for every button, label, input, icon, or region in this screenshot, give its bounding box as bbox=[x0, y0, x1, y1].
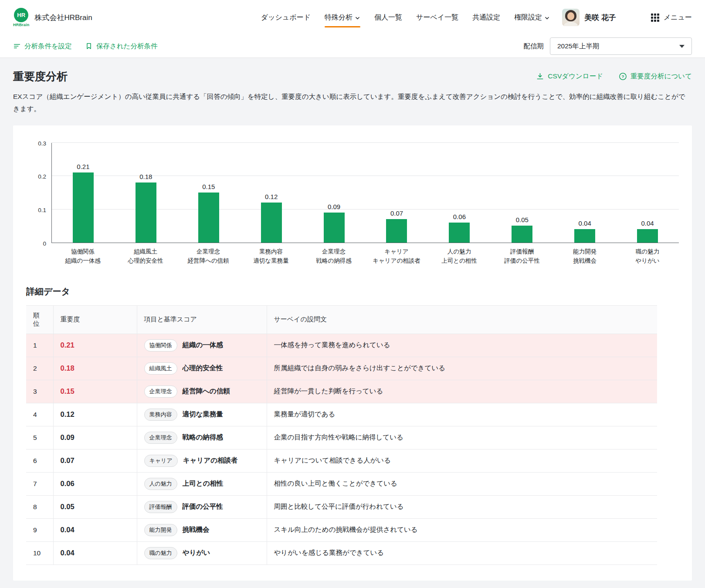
bar[interactable] bbox=[449, 223, 470, 243]
item-name: やりがい bbox=[183, 549, 210, 556]
bar[interactable] bbox=[512, 226, 532, 242]
nav-item-common-settings[interactable]: 共通設定 bbox=[472, 10, 500, 26]
analysis-toolbar: 分析条件を設定 保存された分析条件 配信期 2025年上半期 bbox=[0, 35, 705, 58]
item-cell: 能力開発挑戦機会 bbox=[137, 518, 267, 541]
nav-item-personal-list[interactable]: 個人一覧 bbox=[374, 10, 402, 26]
bar-value-label: 0.07 bbox=[390, 210, 403, 217]
bookmark-icon bbox=[85, 42, 93, 50]
bar-column: 0.21 bbox=[52, 143, 115, 243]
question-cell: 所属組織では自身の弱みをさらけ出すことができている bbox=[267, 357, 657, 380]
user-account[interactable]: 美咲 花子 bbox=[562, 9, 616, 26]
bar-column: 0.06 bbox=[428, 143, 491, 243]
rank-cell: 10 bbox=[26, 541, 53, 564]
rank-cell: 7 bbox=[26, 472, 53, 495]
bar-column: 0.15 bbox=[177, 143, 240, 243]
bar[interactable] bbox=[261, 203, 282, 243]
nav-item-survey-list[interactable]: サーベイ一覧 bbox=[416, 10, 458, 26]
detail-table: 順位 重要度 項目と基準スコア サーベイの設問文 10.21協働関係組織の一体感… bbox=[26, 305, 657, 565]
saved-analysis-conditions-button[interactable]: 保存された分析条件 bbox=[85, 42, 158, 51]
header-importance: 重要度 bbox=[53, 305, 137, 334]
question-cell: 周囲と比較して公平に評価が行われている bbox=[267, 495, 657, 518]
importance-value: 0.21 bbox=[61, 341, 75, 349]
importance-cell: 0.04 bbox=[53, 541, 137, 564]
bar[interactable] bbox=[386, 219, 407, 243]
header-rank: 順位 bbox=[26, 305, 53, 334]
bar[interactable] bbox=[198, 193, 219, 243]
main-content: 重要度分析 CSVダウンロード ? 重要度分析について EXスコア（組織エンゲー… bbox=[0, 58, 705, 581]
importance-value: 0.12 bbox=[61, 410, 75, 418]
importance-value: 0.07 bbox=[61, 456, 75, 464]
nav-item-permission-settings[interactable]: 権限設定 bbox=[514, 10, 550, 26]
csv-download-button[interactable]: CSVダウンロード bbox=[536, 72, 603, 81]
bar-value-label: 0.09 bbox=[328, 203, 340, 210]
saved-analysis-conditions-label: 保存された分析条件 bbox=[96, 42, 158, 51]
bar-value-label: 0.05 bbox=[516, 216, 529, 223]
item-name: 挑戦機会 bbox=[183, 526, 210, 533]
chevron-down-icon bbox=[544, 14, 550, 21]
bar-category-label: 職の魅力やりがい bbox=[616, 243, 679, 266]
category-badge: 能力開発 bbox=[144, 524, 177, 536]
bar-column: 0.18 bbox=[115, 143, 177, 243]
bar-column: 0.05 bbox=[491, 143, 553, 243]
period-label: 配信期 bbox=[524, 42, 544, 51]
importance-cell: 0.12 bbox=[53, 403, 137, 426]
question-cell: やりがいを感じる業務ができている bbox=[267, 541, 657, 564]
delivery-period: 配信期 2025年上半期 bbox=[524, 37, 692, 55]
top-navigation: HR HRBrain 株式会社HRBrain ダッシュボード特殊分析個人一覧サー… bbox=[0, 0, 705, 35]
chevron-down-icon bbox=[355, 14, 360, 21]
category-badge: 評価報酬 bbox=[144, 501, 177, 513]
nav-item-label: 個人一覧 bbox=[374, 13, 402, 22]
bar-category-label: 企業理念戦略の納得感 bbox=[302, 243, 365, 266]
item-cell: 企業理念戦略の納得感 bbox=[137, 426, 267, 449]
nav-item-dashboard[interactable]: ダッシュボード bbox=[261, 10, 311, 26]
item-cell: 組織風土心理的安全性 bbox=[137, 357, 267, 380]
importance-cell: 0.15 bbox=[53, 380, 137, 403]
bar[interactable] bbox=[73, 172, 94, 243]
bar-category-label: 評価報酬評価の公平性 bbox=[491, 243, 553, 266]
main-nav: ダッシュボード特殊分析個人一覧サーベイ一覧共通設定権限設定 bbox=[261, 10, 550, 26]
chart-y-axis: 00.10.20.3 bbox=[26, 143, 51, 243]
table-row: 80.05評価報酬評価の公平性周囲と比較して公平に評価が行われている bbox=[26, 495, 657, 518]
rank-cell: 4 bbox=[26, 403, 53, 426]
question-cell: 相性の良い上司と働くことができている bbox=[267, 472, 657, 495]
menu-button[interactable]: メニュー bbox=[651, 13, 692, 22]
question-cell: 経営陣が一貫した判断を行っている bbox=[267, 380, 657, 403]
table-row: 90.04能力開発挑戦機会スキル向上のための挑戦機会が提供されている bbox=[26, 518, 657, 541]
hrbrain-logo[interactable]: HR HRBrain 株式会社HRBrain bbox=[13, 8, 92, 27]
bar-value-label: 0.04 bbox=[641, 220, 654, 227]
table-row: 60.07キャリアキャリアの相談者キャリアについて相談できる人がいる bbox=[26, 449, 657, 472]
item-cell: 人の魅力上司との相性 bbox=[137, 472, 267, 495]
item-name: 心理的安全性 bbox=[183, 364, 223, 372]
bar[interactable] bbox=[574, 229, 595, 243]
table-row: 40.12業務内容適切な業務量業務量が適切である bbox=[26, 403, 657, 426]
item-name: 組織の一体感 bbox=[183, 341, 223, 348]
nav-item-label: 権限設定 bbox=[514, 13, 542, 22]
bar[interactable] bbox=[136, 182, 156, 243]
about-importance-link[interactable]: ? 重要度分析について bbox=[619, 72, 692, 81]
bar-category-label: 業務内容適切な業務量 bbox=[240, 243, 302, 266]
set-analysis-conditions-button[interactable]: 分析条件を設定 bbox=[13, 42, 72, 51]
rank-cell: 9 bbox=[26, 518, 53, 541]
y-axis-tick-label: 0.1 bbox=[38, 207, 46, 213]
item-name: キャリアの相談者 bbox=[183, 456, 238, 464]
item-cell: 評価報酬評価の公平性 bbox=[137, 495, 267, 518]
item-cell: 職の魅力やりがい bbox=[137, 541, 267, 564]
menu-label: メニュー bbox=[664, 13, 692, 22]
bar-value-label: 0.04 bbox=[579, 220, 591, 227]
download-icon bbox=[536, 72, 544, 81]
item-name: 経営陣への信頼 bbox=[183, 387, 230, 395]
about-importance-label: 重要度分析について bbox=[630, 72, 692, 81]
bar-column: 0.07 bbox=[366, 143, 428, 243]
header-right: 美咲 花子 メニュー bbox=[562, 9, 692, 26]
y-axis-tick-label: 0.2 bbox=[38, 173, 46, 180]
importance-value: 0.04 bbox=[61, 526, 75, 534]
bar[interactable] bbox=[637, 229, 658, 243]
importance-value: 0.04 bbox=[61, 549, 75, 557]
period-select[interactable]: 2025年上半期 bbox=[550, 37, 692, 55]
rank-cell: 2 bbox=[26, 357, 53, 380]
bar[interactable] bbox=[324, 213, 345, 243]
importance-value: 0.15 bbox=[61, 387, 75, 395]
nav-item-special-analysis[interactable]: 特殊分析 bbox=[325, 10, 360, 26]
category-badge: 協働関係 bbox=[144, 339, 177, 351]
bar-category-label: キャリアキャリアの相談者 bbox=[365, 243, 428, 266]
